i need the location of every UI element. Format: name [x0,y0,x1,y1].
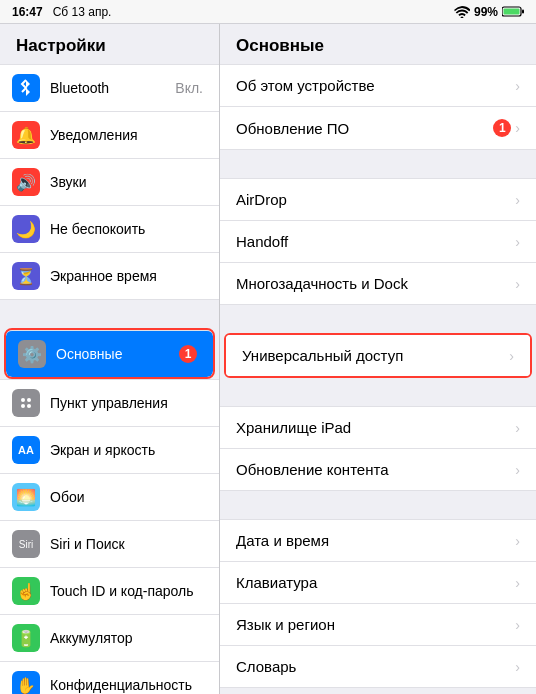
bluetooth-label: Bluetooth [50,80,175,96]
right-gap-5 [220,688,536,694]
svg-point-6 [27,404,31,408]
dictionary-chevron: › [515,659,520,675]
sidebar-section-3: Пункт управления AA Экран и яркость 🌅 Об… [0,379,219,694]
datetime-chevron: › [515,533,520,549]
svg-point-4 [27,398,31,402]
right-item-handoff[interactable]: Handoff › [220,221,536,263]
language-label: Язык и регион [236,616,515,633]
right-gap-4 [220,491,536,519]
sounds-label: Звуки [50,174,207,190]
update-chevron: › [515,120,520,136]
bluetooth-value: Вкл. [175,80,203,96]
touchid-label: Touch ID и код-пароль [50,583,207,599]
notifications-icon: 🔔 [12,121,40,149]
sidebar-item-bluetooth[interactable]: Bluetooth Вкл. [0,64,219,112]
sidebar-item-display[interactable]: AA Экран и яркость [0,427,219,474]
right-item-update[interactable]: Обновление ПО 1 › [220,107,536,150]
wallpaper-label: Обои [50,489,207,505]
bluetooth-icon [12,74,40,102]
screentime-icon: ⏳ [12,262,40,290]
siri-icon: Siri [12,530,40,558]
right-section-5: Дата и время › Клавиатура › Язык и регио… [220,519,536,688]
keyboard-label: Клавиатура [236,574,515,591]
privacy-icon: ✋ [12,671,40,694]
sidebar-item-battery[interactable]: 🔋 Аккумулятор [0,615,219,662]
display-label: Экран и яркость [50,442,207,458]
status-left: 16:47 Сб 13 апр. [12,5,111,19]
storage-label: Хранилище iPad [236,419,515,436]
multitask-chevron: › [515,276,520,292]
sidebar-item-notifications[interactable]: 🔔 Уведомления [0,112,219,159]
update-label: Обновление ПО [236,120,493,137]
battery-percent: 99% [474,5,498,19]
right-item-multitask[interactable]: Многозадачность и Dock › [220,263,536,305]
general-badge: 1 [179,345,197,363]
right-item-datetime[interactable]: Дата и время › [220,519,536,562]
right-section-2: AirDrop › Handoff › Многозадачность и Do… [220,178,536,305]
screentime-label: Экранное время [50,268,207,284]
multitask-label: Многозадачность и Dock [236,275,515,292]
svg-point-5 [21,404,25,408]
display-icon: AA [12,436,40,464]
general-label: Основные [56,346,179,362]
sidebar-section-1: Bluetooth Вкл. 🔔 Уведомления 🔊 Звуки 🌙 Н… [0,64,219,300]
language-chevron: › [515,617,520,633]
sidebar-item-controlcenter[interactable]: Пункт управления [0,379,219,427]
right-section-1: Об этом устройстве › Обновление ПО 1 › [220,64,536,150]
sidebar-item-touchid[interactable]: ☝️ Touch ID и код-пароль [0,568,219,615]
sidebar-item-general[interactable]: ⚙️ Основные 1 [6,330,213,377]
sidebar-item-siri[interactable]: Siri Siri и Поиск [0,521,219,568]
donotdisturb-icon: 🌙 [12,215,40,243]
battery-sidebar-icon: 🔋 [12,624,40,652]
sidebar-item-privacy[interactable]: ✋ Конфиденциальность [0,662,219,694]
main-container: Настройки Bluetooth Вкл. 🔔 Уведомления 🔊… [0,24,536,694]
dictionary-label: Словарь [236,658,515,675]
about-chevron: › [515,78,520,94]
accessibility-label: Универсальный доступ [242,347,509,364]
sidebar-gap-1 [0,300,219,328]
sidebar-item-screentime[interactable]: ⏳ Экранное время [0,253,219,300]
svg-rect-1 [504,9,520,15]
airdrop-chevron: › [515,192,520,208]
sidebar-item-donotdisturb[interactable]: 🌙 Не беспокоить [0,206,219,253]
contentupdates-label: Обновление контента [236,461,515,478]
siri-label: Siri и Поиск [50,536,207,552]
handoff-chevron: › [515,234,520,250]
datetime-label: Дата и время [236,532,515,549]
airdrop-label: AirDrop [236,191,515,208]
keyboard-chevron: › [515,575,520,591]
right-item-dictionary[interactable]: Словарь › [220,646,536,688]
right-item-storage[interactable]: Хранилище iPad › [220,406,536,449]
status-bar: 16:47 Сб 13 апр. 99% [0,0,536,24]
controlcenter-icon [12,389,40,417]
general-icon: ⚙️ [18,340,46,368]
right-item-airdrop[interactable]: AirDrop › [220,178,536,221]
right-gap-3 [220,378,536,406]
sidebar-item-sounds[interactable]: 🔊 Звуки [0,159,219,206]
contentupdates-chevron: › [515,462,520,478]
controlcenter-label: Пункт управления [50,395,207,411]
sidebar-title: Настройки [0,24,219,64]
accessibility-highlighted-wrapper: Универсальный доступ › [224,333,532,378]
update-badge: 1 [493,119,511,137]
right-section-4: Хранилище iPad › Обновление контента › [220,406,536,491]
right-item-about[interactable]: Об этом устройстве › [220,64,536,107]
handoff-label: Handoff [236,233,515,250]
right-panel: Основные Об этом устройстве › Обновление… [220,24,536,694]
right-item-language[interactable]: Язык и регион › [220,604,536,646]
right-item-contentupdates[interactable]: Обновление контента › [220,449,536,491]
sidebar-item-wallpaper[interactable]: 🌅 Обои [0,474,219,521]
battery-icon [502,6,524,17]
svg-rect-2 [522,10,524,14]
status-right: 99% [454,5,524,19]
general-highlighted-wrapper: ⚙️ Основные 1 [4,328,215,379]
sidebar: Настройки Bluetooth Вкл. 🔔 Уведомления 🔊… [0,24,220,694]
notifications-label: Уведомления [50,127,207,143]
right-gap-1 [220,150,536,178]
date: Сб 13 апр. [53,5,112,19]
right-panel-title: Основные [220,24,536,64]
right-item-keyboard[interactable]: Клавиатура › [220,562,536,604]
battery-label: Аккумулятор [50,630,207,646]
touchid-icon: ☝️ [12,577,40,605]
right-item-accessibility[interactable]: Универсальный доступ › [226,335,530,376]
